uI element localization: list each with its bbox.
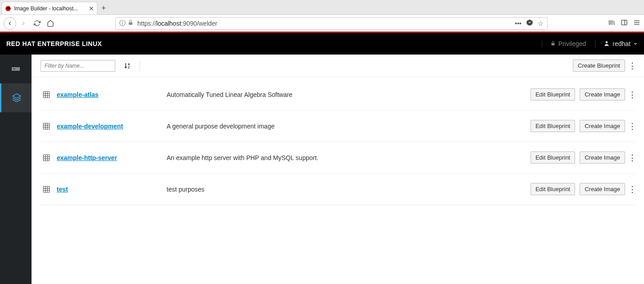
blueprint-icon	[41, 154, 52, 162]
edit-blueprint-button[interactable]: Edit Blueprint	[531, 120, 575, 132]
star-icon[interactable]: ☆	[538, 20, 544, 27]
sidebar-icon[interactable]	[621, 19, 628, 28]
blueprint-description: A general purpose development image	[167, 123, 531, 130]
url-bar[interactable]: ⓘ https://localhost:9090/welder ••• ☆	[115, 17, 548, 30]
svg-text:Z: Z	[128, 66, 130, 69]
user-icon	[603, 40, 610, 48]
sidebar-item-host[interactable]	[0, 55, 32, 83]
create-image-button[interactable]: Create Image	[580, 183, 625, 195]
sort-button[interactable]: AZ	[122, 60, 133, 72]
redhat-favicon-icon	[5, 5, 11, 12]
svg-rect-25	[43, 155, 50, 161]
svg-point-1	[7, 7, 10, 9]
blueprint-row: example-http-server An example http serv…	[41, 142, 635, 174]
privileged-indicator[interactable]: Privileged	[542, 40, 588, 47]
blueprint-icon	[41, 185, 52, 193]
edit-blueprint-button[interactable]: Edit Blueprint	[531, 88, 575, 101]
blueprint-name-link[interactable]: example-http-server	[57, 154, 167, 161]
lock-icon	[550, 40, 556, 47]
home-button[interactable]	[44, 17, 57, 30]
create-blueprint-button[interactable]: Create Blueprint	[573, 60, 625, 72]
user-menu[interactable]: redhat	[595, 40, 638, 48]
pocket-icon[interactable]	[526, 19, 533, 27]
row-kebab-menu[interactable]: ⋮	[630, 121, 635, 131]
blueprint-icon	[41, 91, 52, 99]
library-icon[interactable]	[608, 19, 615, 28]
create-image-button[interactable]: Create Image	[580, 151, 625, 164]
browser-tab[interactable]: Image Builder - localhost... ✕	[2, 2, 97, 14]
create-image-button[interactable]: Create Image	[580, 88, 625, 101]
lock-warning-icon	[127, 19, 134, 27]
back-button[interactable]	[4, 17, 16, 30]
svg-point-12	[14, 69, 15, 69]
edit-blueprint-button[interactable]: Edit Blueprint	[531, 151, 575, 164]
reload-button[interactable]	[31, 17, 43, 30]
blueprint-name-link[interactable]: example-development	[57, 123, 167, 130]
forward-button	[17, 17, 30, 30]
blueprint-description: An example http server with PHP and MySQ…	[167, 154, 531, 161]
tab-title: Image Builder - localhost...	[14, 5, 86, 12]
row-kebab-menu[interactable]: ⋮	[630, 153, 635, 163]
row-kebab-menu[interactable]: ⋮	[630, 184, 635, 194]
create-image-button[interactable]: Create Image	[580, 120, 625, 132]
svg-rect-3	[621, 20, 627, 25]
toolbar-separator	[140, 60, 140, 71]
svg-rect-2	[129, 22, 132, 25]
svg-text:A: A	[128, 62, 130, 65]
close-tab-icon[interactable]: ✕	[89, 5, 94, 12]
svg-rect-30	[43, 186, 50, 192]
more-icon[interactable]: •••	[515, 20, 522, 27]
sidebar-item-image-builder[interactable]	[0, 83, 32, 112]
blueprint-icon	[41, 122, 52, 130]
edit-blueprint-button[interactable]: Edit Blueprint	[531, 183, 575, 195]
chevron-down-icon	[633, 40, 638, 47]
row-kebab-menu[interactable]: ⋮	[630, 90, 635, 100]
svg-point-9	[606, 41, 608, 43]
filter-input[interactable]	[41, 60, 115, 72]
svg-point-11	[13, 69, 14, 69]
info-icon: ⓘ	[119, 19, 126, 27]
blueprint-row: example-atlas Automatically Tuned Linear…	[41, 79, 635, 110]
toolbar-kebab-menu[interactable]: ⋮	[630, 61, 635, 71]
brand-title: RED HAT ENTERPRISE LINUX	[6, 40, 102, 47]
blueprint-row: test test purposes Edit Blueprint Create…	[41, 174, 635, 205]
svg-rect-20	[43, 123, 50, 129]
svg-rect-8	[551, 43, 554, 46]
svg-rect-15	[43, 92, 50, 98]
url-text: https://localhost:9090/welder	[137, 20, 511, 27]
blueprint-description: Automatically Tuned Linear Algebra Softw…	[167, 91, 531, 98]
blueprint-description: test purposes	[167, 186, 531, 193]
blueprint-row: example-development A general purpose de…	[41, 110, 635, 142]
blueprint-name-link[interactable]: test	[57, 186, 167, 193]
menu-icon[interactable]	[633, 19, 640, 28]
svg-rect-10	[12, 67, 20, 71]
blueprint-name-link[interactable]: example-atlas	[57, 91, 167, 98]
new-tab-button[interactable]: +	[97, 2, 110, 14]
